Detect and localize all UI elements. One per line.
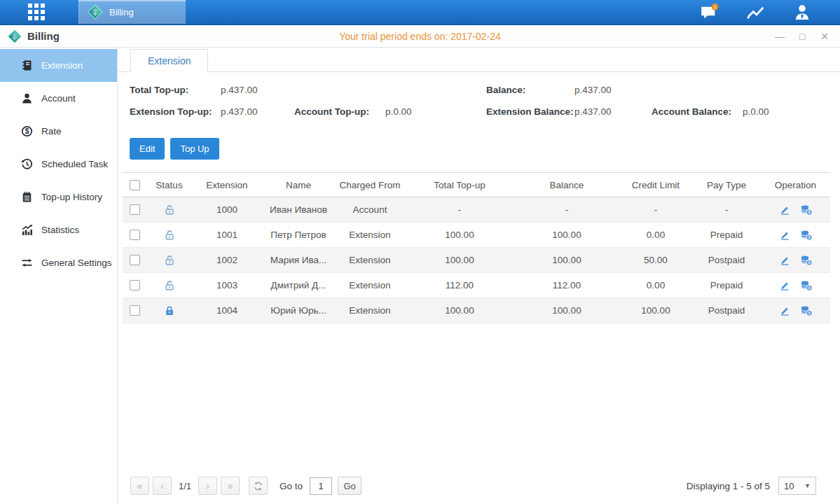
statistics-chart-icon [21, 224, 33, 236]
page-size-value: 10 [784, 481, 794, 491]
topup-row-icon[interactable]: $ [800, 230, 813, 241]
column-header: Charged From [335, 173, 405, 197]
extension-topup-value: p.437.00 [221, 106, 258, 117]
status-cell [146, 223, 192, 248]
credit-limit-cell: 100.00 [619, 298, 692, 323]
unlocked-icon[interactable] [146, 255, 192, 266]
edit-row-icon[interactable] [779, 204, 790, 216]
row-checkbox[interactable] [130, 280, 140, 290]
topup-row-icon[interactable]: $ [800, 204, 813, 216]
topup-row-icon[interactable]: $ [800, 280, 813, 291]
extension-balance-label: Extension Balance: [486, 106, 574, 117]
person-icon [21, 92, 33, 104]
sidebar-item-label: Scheduled Task [41, 159, 108, 169]
topup-button[interactable]: Top Up [170, 138, 219, 160]
appbar-tab-billing[interactable]: $ Billing [78, 0, 186, 24]
extensions-table: StatusExtensionNameCharged FromTotal Top… [123, 172, 830, 323]
extension-cell: 1001 [192, 223, 262, 248]
go-button[interactable]: Go [338, 477, 362, 495]
row-checkbox[interactable] [130, 204, 140, 215]
billing-window-icon: $ [7, 29, 22, 44]
extension-balance-value: p.437.00 [574, 106, 612, 117]
first-page-button[interactable]: « [130, 477, 149, 495]
refresh-button[interactable] [249, 477, 268, 495]
page-size-select[interactable]: 10 ▼ [778, 477, 816, 495]
balance-label: Balance: [486, 85, 525, 95]
name-cell: Петр Петров [262, 223, 335, 248]
sidebar-item-topup-history[interactable]: Top-up History [0, 181, 117, 214]
app-launcher-grid-icon[interactable] [25, 0, 48, 24]
extension-cell: 1004 [192, 298, 262, 323]
last-page-button[interactable]: » [221, 477, 240, 495]
row-checkbox-cell [123, 197, 146, 223]
operation-cell: $ [761, 197, 830, 223]
select-all-checkbox[interactable] [130, 180, 140, 190]
balance-cell: 100.00 [514, 298, 619, 323]
notifications-icon[interactable]: ! [700, 4, 719, 20]
resource-monitor-icon[interactable] [746, 4, 766, 20]
history-clock-icon [21, 158, 33, 170]
select-all-cell [123, 173, 146, 197]
topup-row-icon[interactable]: $ [800, 255, 813, 266]
sidebar-item-general-settings[interactable]: General Settings [0, 246, 117, 279]
notification-badge: ! [714, 4, 716, 10]
credit-limit-cell: 0.00 [619, 273, 692, 298]
sidebar-item-label: Account [41, 93, 76, 104]
column-header: Name [262, 173, 335, 197]
name-cell: Иван Иванов [262, 197, 335, 223]
locked-icon[interactable] [146, 305, 192, 316]
row-checkbox[interactable] [130, 230, 140, 240]
sidebar-item-extension[interactable]: Extension [0, 49, 117, 82]
user-account-icon[interactable] [792, 4, 812, 20]
edit-row-icon[interactable] [779, 280, 790, 291]
sidebar-item-account[interactable]: Account [0, 82, 117, 115]
next-page-button[interactable]: › [198, 477, 217, 495]
credit-limit-cell: 50.00 [619, 248, 692, 273]
pay-type-cell: Prepaid [692, 273, 761, 298]
swap-arrows-icon [21, 257, 33, 269]
minimize-button[interactable]: — [774, 31, 785, 42]
svg-text:$: $ [25, 127, 29, 135]
topup-row-icon[interactable]: $ [800, 305, 813, 316]
maximize-button[interactable]: □ [797, 31, 808, 42]
edit-row-icon[interactable] [779, 230, 790, 241]
charged-from-cell: Account [335, 197, 405, 223]
total-topup-value: p.437.00 [221, 85, 258, 95]
dollar-circle-icon: $ [21, 125, 33, 137]
trial-notice: Your trial period ends on: 2017-02-24 [0, 31, 840, 42]
main-content: Extension Total Top-up: p.437.00 Balance… [118, 48, 840, 504]
sidebar-item-scheduled-task[interactable]: Scheduled Task [0, 148, 117, 181]
billing-app-window: $ Billing ! [0, 0, 840, 504]
status-cell [146, 248, 192, 273]
total-topup-cell: 100.00 [405, 298, 514, 323]
edit-row-icon[interactable] [779, 305, 790, 316]
prev-page-button[interactable]: ‹ [153, 477, 172, 495]
pay-type-cell: - [692, 197, 761, 223]
extension-cell: 1002 [192, 248, 262, 273]
account-balance-value: p.0.00 [743, 106, 769, 117]
total-topup-cell: 100.00 [405, 248, 514, 273]
row-checkbox[interactable] [130, 305, 140, 316]
total-topup-cell: - [405, 197, 514, 223]
edit-button[interactable]: Edit [130, 138, 165, 160]
column-header: Credit Limit [619, 173, 692, 197]
unlocked-icon[interactable] [146, 280, 192, 291]
charged-from-cell: Extension [335, 273, 405, 298]
sidebar-item-label: General Settings [41, 258, 112, 268]
charged-from-cell: Extension [335, 298, 405, 323]
account-topup-value: p.0.00 [385, 106, 412, 117]
credit-limit-cell: - [619, 197, 692, 223]
operation-cell: $ [761, 223, 830, 248]
appbar-right-icons: ! [700, 0, 812, 24]
unlocked-icon[interactable] [146, 230, 192, 241]
unlocked-icon[interactable] [146, 204, 192, 216]
sidebar-item-rate[interactable]: $ Rate [0, 115, 117, 148]
row-checkbox[interactable] [130, 255, 140, 265]
sidebar-item-statistics[interactable]: Statistics [0, 214, 117, 246]
close-button[interactable]: ✕ [819, 31, 830, 42]
row-checkbox-cell [123, 273, 146, 298]
edit-row-icon[interactable] [779, 255, 790, 266]
appbar-tab-label: Billing [109, 7, 134, 18]
tab-extension[interactable]: Extension [130, 49, 208, 72]
goto-page-input[interactable] [310, 477, 332, 495]
